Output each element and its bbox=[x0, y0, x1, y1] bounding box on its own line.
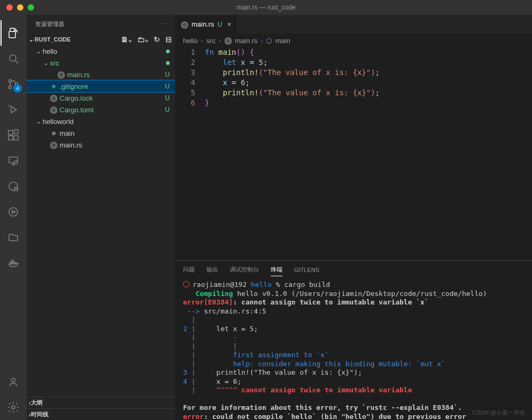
chevron-right-icon: › bbox=[219, 37, 221, 45]
code-content[interactable]: fn main() { let x = 5; println!("The val… bbox=[205, 47, 532, 260]
t: | bbox=[200, 342, 237, 350]
t: cargo build bbox=[284, 281, 330, 289]
activity-icon-7[interactable] bbox=[1, 199, 26, 225]
file-main[interactable]: ≡ main bbox=[27, 127, 175, 139]
chevron-right-icon: › bbox=[261, 37, 263, 45]
sidebar-title: 资源管理器 bbox=[35, 20, 64, 28]
maximize-window-button[interactable] bbox=[28, 4, 34, 11]
tok: = bbox=[232, 78, 236, 87]
svg-rect-7 bbox=[9, 130, 13, 135]
file-cargo-toml[interactable]: ⚙ Cargo.toml U bbox=[27, 104, 175, 116]
timeline-section[interactable]: › 时间线 bbox=[27, 408, 175, 420]
rust-file-icon: ⚙ bbox=[56, 70, 66, 79]
chevron-down-icon: ⌄ bbox=[29, 36, 34, 43]
svg-point-23 bbox=[12, 378, 15, 382]
new-file-icon[interactable]: 🗎₊ bbox=[121, 35, 132, 44]
crumb[interactable]: hello bbox=[183, 37, 197, 45]
extensions-tab-icon[interactable] bbox=[1, 122, 26, 148]
tab-terminal[interactable]: 终端 bbox=[271, 263, 282, 276]
svg-rect-8 bbox=[9, 136, 13, 140]
tab-main-rs[interactable]: ⚙ main.rs U × bbox=[176, 15, 237, 34]
file-icon: ≡ bbox=[49, 83, 59, 90]
tok: { bbox=[250, 48, 254, 56]
activity-bar: 4 bbox=[0, 15, 27, 420]
tab-status: U bbox=[218, 21, 222, 28]
tok: main bbox=[218, 48, 236, 56]
file-main-rs[interactable]: ⚙ main.rs U bbox=[27, 69, 175, 80]
t: | bbox=[192, 325, 196, 333]
activity-icon-8[interactable] bbox=[1, 225, 26, 250]
rust-file-icon: ⚙ bbox=[49, 141, 59, 149]
folder-helloworld[interactable]: ⌄ helloworld bbox=[27, 116, 175, 127]
file-label: .gitignore bbox=[60, 83, 165, 90]
folder-src[interactable]: ⌄ src bbox=[27, 57, 175, 69]
remote-tab-icon[interactable] bbox=[1, 148, 26, 174]
tab-debug-console[interactable]: 调试控制台 bbox=[230, 263, 259, 276]
explorer-folder-header[interactable]: ⌄ RUST_CODE 🗎₊ 🗀₊ ↻ ⊟ bbox=[27, 34, 175, 45]
crumb[interactable]: src bbox=[206, 37, 215, 45]
line-number: 1 bbox=[176, 47, 195, 57]
git-status: U bbox=[165, 71, 170, 78]
tok: "The value of x is: {x}" bbox=[263, 88, 371, 97]
tok: () bbox=[236, 48, 245, 56]
terminal-output[interactable]: raojiamin@192 hello % cargo build Compil… bbox=[176, 278, 532, 420]
sidebar-menu-icon[interactable]: ⋯ bbox=[161, 21, 167, 28]
rust-file-icon: ⚙ bbox=[49, 94, 59, 102]
folder-hello[interactable]: ⌄ hello bbox=[27, 45, 175, 57]
account-icon[interactable] bbox=[1, 369, 26, 394]
close-tab-icon[interactable]: × bbox=[227, 20, 231, 28]
svg-rect-19 bbox=[10, 262, 11, 264]
bottom-panel: 问题 输出 调试控制台 终端 GITLENS raojiamin@192 hel… bbox=[176, 260, 532, 420]
refresh-icon[interactable]: ↻ bbox=[154, 35, 160, 44]
t: - bbox=[200, 333, 237, 341]
tab-gitlens[interactable]: GITLENS bbox=[294, 265, 319, 275]
tok: println! bbox=[223, 68, 259, 77]
collapse-icon[interactable]: ⊟ bbox=[165, 35, 172, 44]
folder-root-label: RUST_CODE bbox=[35, 36, 71, 43]
t: % bbox=[276, 281, 280, 289]
outline-section[interactable]: › 大纲 bbox=[27, 397, 175, 408]
minimize-window-button[interactable] bbox=[17, 4, 23, 11]
tok: ; bbox=[245, 78, 250, 87]
t: 4 bbox=[183, 377, 187, 385]
breadcrumbs[interactable]: hello › src › ⚙ main.rs › ⬡ main bbox=[176, 34, 532, 47]
file-icon: ≡ bbox=[49, 129, 59, 137]
chevron-right-icon: › bbox=[201, 37, 203, 45]
file-gitignore[interactable]: ≡ .gitignore U bbox=[27, 80, 175, 92]
crumb[interactable]: main.rs bbox=[235, 37, 258, 45]
tab-problems[interactable]: 问题 bbox=[183, 263, 195, 276]
file-cargo-lock[interactable]: ⚙ Cargo.lock U bbox=[27, 92, 175, 104]
t: println!("The value of x is: {x}"); bbox=[200, 368, 362, 376]
code-editor[interactable]: 1 2 3 4 5 6 fn main() { let x = 5; print… bbox=[176, 47, 532, 260]
tok: x bbox=[240, 58, 245, 67]
svg-rect-20 bbox=[12, 262, 13, 264]
close-window-button[interactable] bbox=[6, 4, 13, 11]
scm-tab-icon[interactable]: 4 bbox=[1, 71, 26, 97]
debug-tab-icon[interactable] bbox=[1, 97, 26, 122]
rust-file-icon: ⚙ bbox=[49, 105, 59, 114]
t: hello v0.1.0 (/Users/raojiamin/Desktop/c… bbox=[237, 290, 487, 298]
titlebar: main.rs — rust_code bbox=[0, 0, 532, 15]
search-tab-icon[interactable] bbox=[1, 46, 26, 71]
t: | bbox=[192, 368, 196, 376]
t: : cannot assign twice to immutable varia… bbox=[233, 298, 429, 306]
svg-rect-9 bbox=[14, 136, 18, 140]
file-label: main bbox=[60, 129, 175, 137]
docker-tab-icon[interactable] bbox=[1, 250, 26, 276]
svg-rect-21 bbox=[14, 262, 15, 264]
tab-output[interactable]: 输出 bbox=[206, 263, 218, 276]
t: let x = 5; bbox=[200, 325, 258, 333]
activity-icon-6[interactable] bbox=[1, 174, 26, 199]
crumb[interactable]: main bbox=[275, 37, 290, 45]
t: | bbox=[192, 333, 196, 341]
git-dot-icon bbox=[166, 50, 170, 53]
new-folder-icon[interactable]: 🗀₊ bbox=[137, 35, 148, 44]
editor-area: ⚙ main.rs U × hello › src › ⚙ main.rs › … bbox=[176, 15, 532, 420]
svg-point-1 bbox=[10, 55, 16, 61]
file-main-rs-2[interactable]: ⚙ main.rs bbox=[27, 139, 175, 151]
tok: ; bbox=[263, 58, 268, 67]
tok: 5 bbox=[259, 58, 263, 67]
svg-line-2 bbox=[15, 61, 18, 63]
settings-icon[interactable] bbox=[1, 394, 26, 420]
explorer-tab-icon[interactable] bbox=[1, 20, 26, 46]
